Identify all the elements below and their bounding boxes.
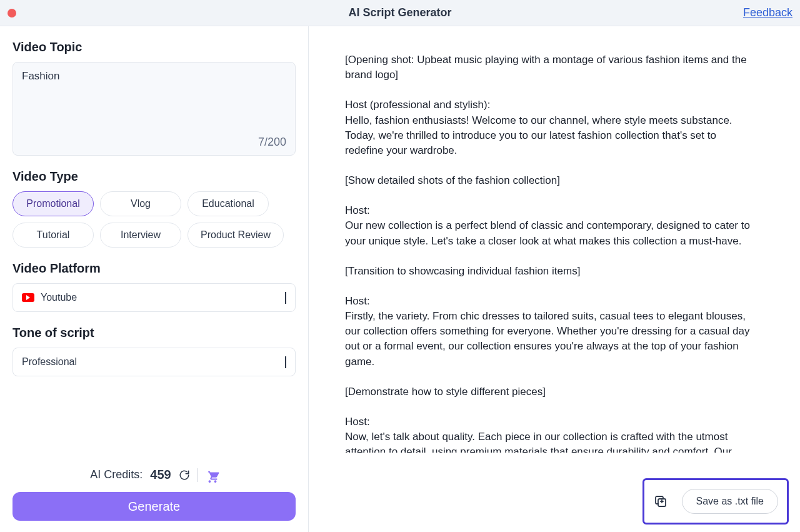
chip-interview[interactable]: Interview bbox=[100, 223, 181, 248]
chip-product-review[interactable]: Product Review bbox=[188, 223, 284, 248]
bottom-bar: AI Credits: 459 Generate bbox=[12, 468, 296, 521]
copy-icon[interactable] bbox=[653, 494, 668, 509]
chip-educational[interactable]: Educational bbox=[188, 191, 269, 216]
right-panel: [Opening shot: Upbeat music playing with… bbox=[309, 26, 800, 532]
close-window-dot[interactable] bbox=[8, 9, 16, 18]
video-topic-label: Video Topic bbox=[12, 40, 296, 54]
char-counter: 7/200 bbox=[258, 136, 286, 149]
app-title: AI Script Generator bbox=[348, 6, 451, 19]
left-panel: Video Topic 7/200 Video Type Promotional… bbox=[0, 26, 309, 532]
tone-select[interactable]: Professional bbox=[12, 348, 296, 376]
chevron-down-icon bbox=[285, 292, 286, 303]
topic-input-container: 7/200 bbox=[12, 62, 296, 156]
youtube-icon bbox=[22, 293, 34, 302]
save-txt-button[interactable]: Save as .txt file bbox=[682, 489, 779, 514]
chevron-down-icon bbox=[285, 356, 286, 368]
credits-value: 459 bbox=[150, 468, 171, 482]
video-platform-label: Video Platform bbox=[12, 261, 296, 276]
tone-value: Professional bbox=[22, 356, 77, 368]
save-block-highlight: Save as .txt file bbox=[642, 478, 789, 524]
chip-tutorial[interactable]: Tutorial bbox=[12, 223, 94, 248]
credits-label: AI Credits: bbox=[90, 468, 142, 481]
tone-label: Tone of script bbox=[12, 326, 296, 340]
video-topic-input[interactable] bbox=[22, 70, 286, 139]
script-output[interactable]: [Opening shot: Upbeat music playing with… bbox=[345, 53, 769, 453]
platform-select[interactable]: Youtube bbox=[12, 283, 296, 312]
chip-promotional[interactable]: Promotional bbox=[12, 191, 94, 216]
feedback-link[interactable]: Feedback bbox=[743, 6, 792, 19]
generate-button[interactable]: Generate bbox=[12, 492, 296, 521]
cart-icon[interactable] bbox=[206, 469, 218, 481]
chip-vlog[interactable]: Vlog bbox=[100, 191, 181, 216]
refresh-icon[interactable] bbox=[179, 469, 190, 481]
video-type-label: Video Type bbox=[12, 169, 296, 184]
divider bbox=[198, 468, 198, 482]
platform-value: Youtube bbox=[41, 292, 77, 303]
video-type-chips: Promotional Vlog Educational Tutorial In… bbox=[12, 191, 296, 248]
titlebar: AI Script Generator Feedback bbox=[0, 0, 800, 26]
credits-row: AI Credits: 459 bbox=[12, 468, 296, 482]
